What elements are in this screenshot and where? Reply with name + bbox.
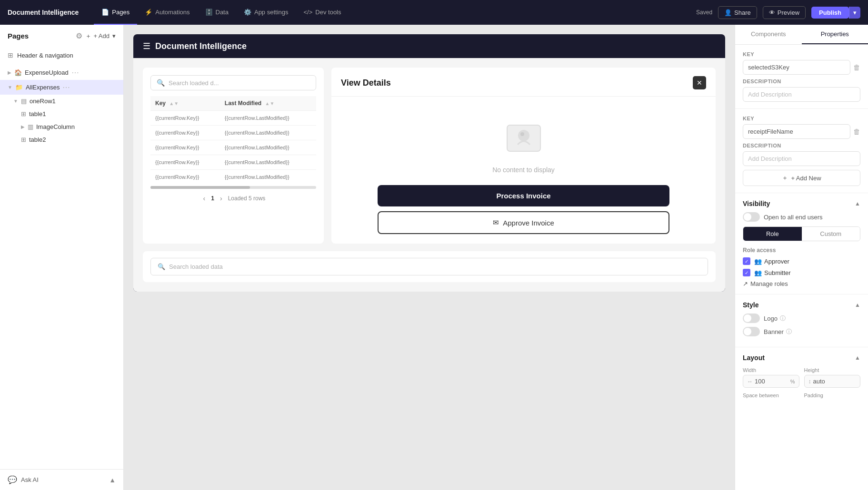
sidebar-title: Pages [8, 32, 29, 40]
sidebar-nav-section: ⊞ Header & navigation [0, 45, 123, 65]
preview-button[interactable]: 👁 Preview [763, 6, 806, 19]
sidebar-item-all-expenses[interactable]: ▼ 📁 AllExpenses ⋯ [0, 80, 123, 95]
center-canvas: ☰ Document Intelligence 🔍 Search loaded … [124, 25, 735, 490]
share-button[interactable]: 👤 Share [718, 6, 757, 19]
cell-key-3: {{currentRow.Key}} [150, 140, 220, 155]
description-input-2[interactable]: Add Description [743, 151, 860, 166]
sidebar-item-table2[interactable]: ⊞ table2 [0, 133, 123, 146]
ai-icon: 💬 [8, 475, 17, 484]
key-label-2: Key [743, 116, 860, 121]
publish-button[interactable]: Publish [811, 7, 849, 19]
table-search-box[interactable]: 🔍 Search loaded d... [150, 75, 316, 90]
details-body: No content to display Process Invoice ✉ … [331, 97, 716, 244]
cell-key-5: {{currentRow.Key}} [150, 170, 220, 185]
details-title: View Details [341, 78, 391, 88]
grid-icon: ⊞ [8, 51, 13, 59]
key-input-1[interactable]: selectedS3Key [743, 60, 850, 75]
table-row[interactable]: {{currentRow.Key}} {{currentRow.LastModi… [150, 170, 316, 185]
gear-icon[interactable]: ⚙ [76, 31, 82, 40]
col-last-modified[interactable]: Last Modified ▲▼ [220, 96, 316, 111]
width-field: Width ↔ 100 % [743, 367, 799, 388]
col-key[interactable]: Key ▲▼ [150, 96, 220, 111]
approve-invoice-button[interactable]: ✉ Approve Invoice [378, 211, 670, 234]
approver-checkbox[interactable]: ✓ [743, 257, 750, 265]
end-users-toggle[interactable] [743, 212, 760, 222]
delete-key-2-button[interactable]: 🗑 [853, 127, 860, 136]
ask-ai-section[interactable]: 💬 Ask AI ▲ [0, 469, 123, 490]
submitter-label: 👥 Submitter [754, 269, 791, 276]
add-new-button[interactable]: ＋ + Add New [743, 170, 860, 186]
no-content-icon [505, 120, 543, 160]
tab-data[interactable]: 🗄️ Data [198, 0, 236, 25]
cell-lm-1: {{currentRow.LastModified}} [220, 111, 316, 126]
height-input[interactable]: ↕ auto [804, 375, 861, 388]
column-icon: ▥ [28, 123, 33, 130]
no-content-text: No content to display [492, 166, 555, 174]
tab-pages[interactable]: 📄 Pages [94, 0, 137, 25]
cell-lm-2: {{currentRow.LastModified}} [220, 126, 316, 140]
style-section: Style ▲ Logo ⓘ Banner ⓘ [735, 294, 868, 347]
logo-toggle[interactable] [743, 314, 760, 323]
sidebar-item-table1[interactable]: ⊞ table1 [0, 108, 123, 120]
visibility-section: Visibility ▲ Open to all end users Role … [735, 193, 868, 294]
tab-properties[interactable]: Properties [802, 25, 868, 44]
style-collapse-icon[interactable]: ▲ [855, 302, 860, 308]
publish-caret-button[interactable]: ▾ [849, 7, 860, 19]
image-column-label: ImageColumn [36, 123, 75, 130]
sidebar-header: Pages ⚙ ＋ + Add ▾ [0, 25, 123, 45]
bottom-search-card: 🔍 Search loaded data [143, 251, 716, 282]
key-input-row-2: receiptFileName 🗑 [743, 124, 860, 139]
tab-app-settings[interactable]: ⚙️ App settings [236, 0, 296, 25]
table-row[interactable]: {{currentRow.Key}} {{currentRow.LastModi… [150, 126, 316, 140]
logo-label: Logo ⓘ [764, 314, 860, 323]
key-input-2[interactable]: receiptFileName [743, 124, 850, 139]
add-page-button[interactable]: ＋ + Add [85, 32, 110, 40]
plus-icon-add: ＋ [782, 174, 788, 182]
more-icon-2[interactable]: ⋯ [62, 83, 70, 92]
banner-label: Banner ⓘ [764, 328, 860, 336]
padding-label: Padding [804, 392, 861, 398]
sidebar-item-expense-upload[interactable]: ▶ 🏠 ExpenseUpload ⋯ [0, 65, 123, 80]
more-icon[interactable]: ⋯ [71, 68, 79, 77]
sidebar-item-one-row1[interactable]: ▼ ▤ oneRow1 [0, 95, 123, 108]
delete-key-1-button[interactable]: 🗑 [853, 63, 860, 71]
bottom-search-box[interactable]: 🔍 Search loaded data [150, 258, 708, 275]
custom-tab[interactable]: Custom [802, 227, 860, 241]
next-page-button[interactable]: › [218, 194, 224, 203]
role-tab[interactable]: Role [743, 227, 802, 241]
table-scroll-bar[interactable] [150, 186, 316, 189]
banner-toggle[interactable] [743, 327, 760, 336]
external-link-icon: ↗ [743, 280, 748, 287]
details-header: View Details ✕ [331, 68, 716, 96]
process-invoice-button[interactable]: Process Invoice [378, 185, 670, 206]
tab-dev-tools[interactable]: </> Dev tools [296, 0, 349, 25]
layout-collapse-icon[interactable]: ▲ [855, 354, 860, 361]
top-nav: Document Intelligence 📄 Pages ⚡ Automati… [0, 0, 868, 25]
visibility-collapse-icon[interactable]: ▲ [855, 200, 860, 207]
table-row[interactable]: {{currentRow.Key}} {{currentRow.LastModi… [150, 155, 316, 170]
table-row[interactable]: {{currentRow.Key}} {{currentRow.LastModi… [150, 140, 316, 155]
close-button[interactable]: ✕ [693, 76, 706, 89]
cell-lm-3: {{currentRow.LastModified}} [220, 140, 316, 155]
manage-roles-button[interactable]: ↗ Manage roles [743, 280, 788, 287]
table2-icon: ⊞ [21, 136, 26, 143]
svg-point-2 [520, 132, 524, 136]
tab-automations[interactable]: ⚡ Automations [137, 0, 197, 25]
sidebar-item-header-nav[interactable]: ⊞ Header & navigation [0, 48, 123, 62]
add-caret-button[interactable]: ▾ [112, 32, 116, 39]
key-section-1: Key selectedS3Key 🗑 Description Add Desc… [735, 45, 868, 109]
width-input[interactable]: ↔ 100 % [743, 375, 799, 388]
sidebar-item-image-column[interactable]: ▶ ▥ ImageColumn [0, 120, 123, 133]
chevron-down-icon: ▼ [8, 85, 12, 90]
key-value-2: receiptFileName [748, 128, 793, 135]
tab-components[interactable]: Components [735, 25, 802, 44]
description-input-1[interactable]: Add Description [743, 87, 860, 102]
submitter-checkbox[interactable]: ✓ [743, 269, 750, 276]
approver-label: 👥 Approver [754, 258, 789, 265]
prev-page-button[interactable]: ‹ [201, 194, 208, 203]
cell-key-2: {{currentRow.Key}} [150, 126, 220, 140]
sort-icon-2: ▲▼ [265, 101, 275, 106]
folder-icon: 📁 [15, 84, 23, 91]
all-expenses-label: AllExpenses [26, 84, 60, 91]
table-row[interactable]: {{currentRow.Key}} {{currentRow.LastModi… [150, 111, 316, 126]
